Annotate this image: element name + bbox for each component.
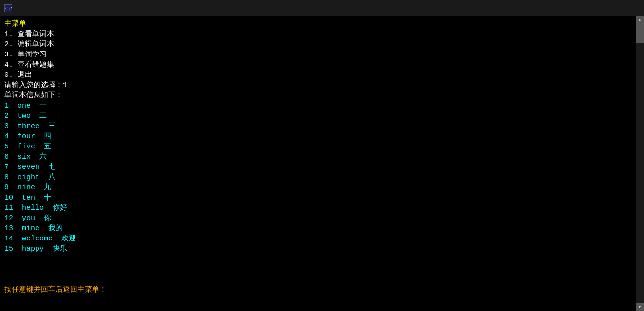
terminal-line: 4. 查看错题集 (4, 60, 632, 70)
terminal-line: 13 mine 我的 (4, 223, 632, 234)
scroll-up-arrow[interactable]: ▲ (636, 16, 644, 24)
cmd-window: C:\ 主菜单1. 查看单词本2. 编辑单词本3. 单词学习4. 查看错题集0.… (0, 0, 644, 311)
terminal-line: 5 five 五 (4, 142, 632, 152)
maximize-button[interactable] (594, 1, 616, 16)
terminal-line: 请输入您的选择：1 (4, 80, 632, 91)
scrollbar[interactable]: ▲ ▼ (636, 16, 644, 311)
close-button[interactable] (617, 1, 640, 16)
terminal-line: 3. 单词学习 (4, 50, 632, 60)
terminal-line: 1 one 一 (4, 101, 632, 111)
terminal-line: 按任意键并回车后返回主菜单！ (4, 285, 632, 295)
terminal-line: 8 eight 八 (4, 172, 632, 183)
scroll-thumb[interactable] (636, 24, 644, 43)
terminal-line: 2 two 二 (4, 111, 632, 121)
terminal-line: 15 happy 快乐 (4, 244, 632, 254)
svg-text:C:\: C:\ (5, 6, 12, 11)
terminal-line (4, 254, 632, 264)
terminal-line: 7 seven 七 (4, 162, 632, 172)
content-area: 主菜单1. 查看单词本2. 编辑单词本3. 单词学习4. 查看错题集0. 退出请… (0, 16, 644, 311)
title-bar: C:\ (0, 0, 644, 16)
scroll-down-arrow[interactable]: ▼ (636, 303, 644, 311)
window-controls (570, 1, 640, 16)
terminal-line: 1. 查看单词本 (4, 29, 632, 39)
terminal-line: 12 you 你 (4, 213, 632, 223)
terminal-line: 单词本信息如下： (4, 91, 632, 101)
terminal-line: 3 three 三 (4, 121, 632, 131)
minimize-button[interactable] (570, 1, 593, 16)
terminal-line: 2. 编辑单词本 (4, 39, 632, 50)
terminal-line: 14 welcome 欢迎 (4, 234, 632, 244)
terminal-line: 0. 退出 (4, 70, 632, 80)
app-icon: C:\ (4, 4, 12, 12)
terminal-line: 4 four 四 (4, 131, 632, 142)
terminal-line (4, 274, 632, 285)
scroll-track[interactable] (636, 24, 644, 303)
terminal-line: 主菜单 (4, 19, 632, 29)
terminal-line: 6 six 六 (4, 152, 632, 162)
terminal-output[interactable]: 主菜单1. 查看单词本2. 编辑单词本3. 单词学习4. 查看错题集0. 退出请… (0, 16, 636, 311)
terminal-line: 10 ten 十 (4, 193, 632, 203)
terminal-line: 9 nine 九 (4, 183, 632, 193)
terminal-line: 11 hello 你好 (4, 203, 632, 213)
terminal-line (4, 264, 632, 274)
